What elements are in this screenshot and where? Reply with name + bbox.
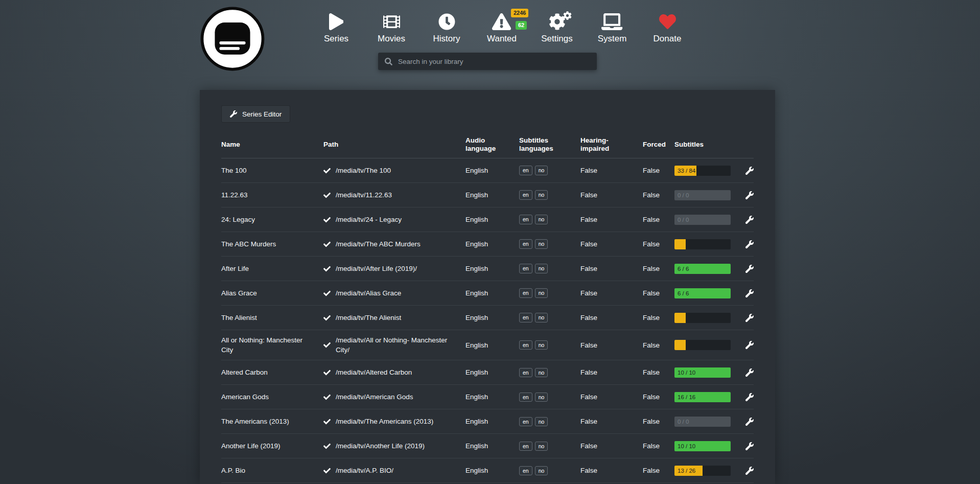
nav-item-history[interactable]: History bbox=[419, 13, 474, 44]
series-name[interactable]: Alias Grace bbox=[221, 288, 323, 298]
check-icon bbox=[323, 341, 331, 349]
header-forced: Forced bbox=[643, 141, 674, 149]
wrench-icon[interactable] bbox=[745, 393, 754, 401]
series-name[interactable]: American Gods bbox=[221, 392, 323, 402]
series-path-text: /media/tv/Alias Grace bbox=[336, 288, 401, 298]
subtitles-progress-label: 6 / 6 bbox=[678, 288, 689, 298]
series-name[interactable]: The 100 bbox=[221, 166, 323, 175]
warning-triangle-icon bbox=[492, 13, 511, 30]
language-badge: en bbox=[519, 417, 532, 427]
series-name[interactable]: All or Nothing: Manchester City bbox=[221, 335, 323, 355]
wrench-icon[interactable] bbox=[745, 240, 754, 248]
subtitles-cell: 0 / 0 bbox=[674, 215, 744, 225]
wrench-icon[interactable] bbox=[745, 314, 754, 322]
wrench-icon[interactable] bbox=[745, 265, 754, 273]
wrench-icon[interactable] bbox=[745, 289, 754, 297]
series-name[interactable]: Altered Carbon bbox=[221, 367, 323, 377]
subtitles-cell: 6 / 6 bbox=[674, 288, 744, 298]
language-badge: no bbox=[535, 417, 548, 427]
table-row: 24: Legacy /media/tv/24 - Legacy English… bbox=[221, 208, 754, 232]
hearing-impaired: False bbox=[580, 392, 643, 402]
row-actions bbox=[745, 393, 754, 401]
subtitles-progress-label: 10 / 10 bbox=[678, 367, 695, 378]
header-subtitles: Subtitles bbox=[674, 141, 744, 149]
subtitles-cell bbox=[674, 313, 744, 323]
series-name[interactable]: Another Life (2019) bbox=[221, 441, 323, 451]
language-badge: no bbox=[535, 166, 548, 175]
series-table: Name Path Audio language Subtitles langu… bbox=[221, 131, 754, 483]
nav-item-movies[interactable]: Movies bbox=[364, 13, 419, 44]
subtitle-language-badges: enno bbox=[519, 264, 580, 273]
audio-language: English bbox=[465, 313, 519, 322]
audio-language: English bbox=[465, 417, 519, 426]
subtitle-language-badges: enno bbox=[519, 313, 580, 322]
series-path: /media/tv/The 100 bbox=[323, 166, 465, 175]
series-path: /media/tv/The Alienist bbox=[323, 313, 465, 322]
library-search[interactable] bbox=[378, 53, 597, 70]
check-icon bbox=[323, 290, 331, 297]
subtitles-progress-label: 6 / 6 bbox=[678, 264, 689, 274]
language-badge: no bbox=[535, 239, 548, 249]
nav-item-series[interactable]: Series bbox=[309, 13, 364, 44]
series-name[interactable]: 11.22.63 bbox=[221, 190, 323, 200]
wrench-icon[interactable] bbox=[745, 341, 754, 349]
wrench-icon[interactable] bbox=[745, 167, 754, 175]
series-name[interactable]: A.P. Bio bbox=[221, 466, 323, 475]
row-actions bbox=[745, 341, 754, 349]
wrench-icon[interactable] bbox=[745, 191, 754, 199]
series-path-text: /media/tv/American Gods bbox=[336, 392, 413, 402]
series-name[interactable]: The Americans (2013) bbox=[221, 417, 323, 426]
wrench-icon[interactable] bbox=[745, 442, 754, 450]
language-badge: en bbox=[519, 239, 532, 249]
series-path: /media/tv/Another Life (2019) bbox=[323, 441, 465, 451]
series-name[interactable]: The ABC Murders bbox=[221, 239, 323, 249]
nav-item-system[interactable]: System bbox=[585, 13, 640, 44]
check-icon bbox=[323, 443, 331, 450]
language-badge: en bbox=[519, 166, 532, 175]
language-badge: en bbox=[519, 313, 532, 322]
nav-item-donate[interactable]: Donate bbox=[640, 13, 695, 44]
subtitle-language-badges: enno bbox=[519, 190, 580, 200]
hearing-impaired: False bbox=[580, 166, 643, 175]
subtitles-cell: 6 / 6 bbox=[674, 264, 744, 274]
hearing-impaired: False bbox=[580, 466, 643, 475]
table-row: Another Life (2019) /media/tv/Another Li… bbox=[221, 434, 754, 458]
nav-label: History bbox=[433, 34, 460, 44]
hearing-impaired: False bbox=[580, 313, 643, 322]
audio-language: English bbox=[465, 239, 519, 249]
subtitles-progress-label: 0 / 0 bbox=[678, 417, 689, 427]
series-name[interactable]: After Life bbox=[221, 264, 323, 273]
forced-value: False bbox=[643, 392, 674, 402]
subtitles-progress bbox=[674, 313, 731, 323]
play-icon bbox=[329, 13, 344, 30]
series-path-text: /media/tv/Another Life (2019) bbox=[336, 441, 425, 451]
subtitles-progress: 0 / 0 bbox=[674, 215, 731, 225]
wrench-icon[interactable] bbox=[745, 368, 754, 377]
series-path: /media/tv/The ABC Murders bbox=[323, 239, 465, 249]
series-path: /media/tv/Alias Grace bbox=[323, 288, 465, 298]
forced-value: False bbox=[643, 288, 674, 298]
hearing-impaired: False bbox=[580, 264, 643, 273]
wrench-icon[interactable] bbox=[745, 467, 754, 475]
check-icon bbox=[323, 167, 331, 174]
series-editor-button[interactable]: Series Editor bbox=[221, 105, 290, 123]
row-actions bbox=[745, 314, 754, 322]
nav-label: Movies bbox=[378, 34, 405, 44]
check-icon bbox=[323, 241, 331, 248]
table-row: After Life /media/tv/After Life (2019)/ … bbox=[221, 257, 754, 281]
nav-item-wanted[interactable]: 2246 62 Wanted bbox=[474, 13, 529, 44]
series-editor-label: Series Editor bbox=[242, 110, 282, 118]
series-name[interactable]: 24: Legacy bbox=[221, 215, 323, 224]
wrench-icon[interactable] bbox=[745, 418, 754, 426]
audio-language: English bbox=[465, 190, 519, 200]
series-table-body: The 100 /media/tv/The 100 English enno F… bbox=[221, 158, 754, 483]
nav-item-settings[interactable]: Settings bbox=[529, 13, 585, 44]
search-input[interactable] bbox=[398, 58, 590, 65]
wrench-icon[interactable] bbox=[745, 216, 754, 224]
forced-value: False bbox=[643, 239, 674, 249]
subtitles-cell: 0 / 0 bbox=[674, 417, 744, 427]
subtitles-progress: 0 / 0 bbox=[674, 190, 731, 200]
table-row: Altered Carbon /media/tv/Altered Carbon … bbox=[221, 360, 754, 385]
series-name[interactable]: The Alienist bbox=[221, 313, 323, 322]
bazarr-logo[interactable] bbox=[200, 6, 265, 72]
